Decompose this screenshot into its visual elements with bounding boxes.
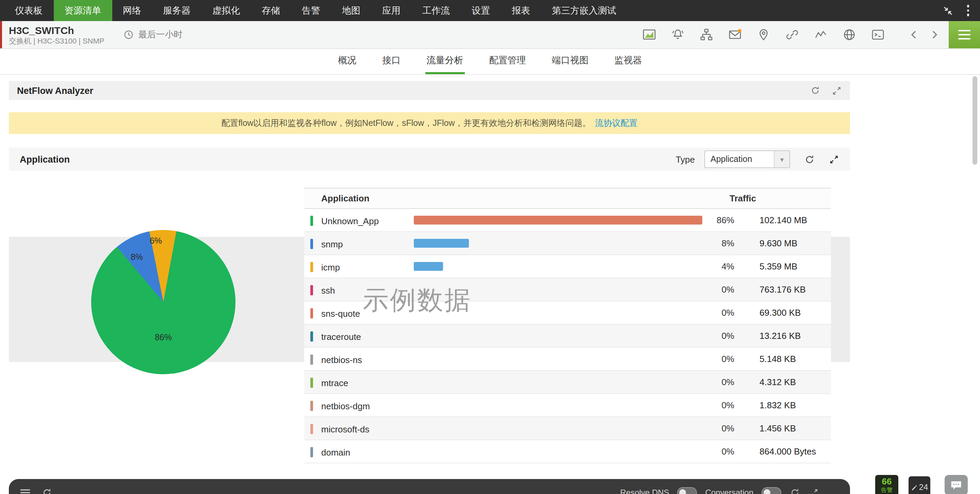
table-row[interactable]: ssh0%763.176 KB [304,278,831,301]
tab-监视器[interactable]: 监视器 [613,49,643,74]
row-color-indicator [310,285,313,295]
conversation-toggle[interactable] [762,487,781,494]
topnav-item[interactable]: 应用 [371,0,411,21]
application-name: icmp [321,262,340,272]
bottom-toolbar: Resolve DNS Conversation [9,479,850,494]
topology-icon[interactable] [700,28,713,41]
resolve-dns-toggle[interactable] [678,487,697,494]
chevron-left-icon[interactable] [909,29,919,40]
row-color-indicator [310,378,313,388]
topnav-item[interactable]: 服务器 [152,0,202,21]
table-row[interactable]: Unknown_App86%102.140 MB [304,208,831,232]
link-icon[interactable] [785,28,799,41]
refresh-icon[interactable] [804,153,815,165]
topnav-item[interactable]: 告警 [291,0,331,21]
tab-流量分析[interactable]: 流量分析 [425,49,465,74]
location-icon[interactable] [757,28,770,41]
alarm-icon[interactable] [671,28,685,41]
table-row[interactable]: domain0%864.000 Bytes [304,440,831,463]
time-range-selector[interactable]: 最后一小时 [123,29,182,41]
device-title: H3C_SWITCh [9,24,104,36]
row-color-indicator [310,308,313,318]
application-traffic-table: Application Traffic Unknown_App86%102.14… [304,188,831,463]
area-chart-icon[interactable] [643,28,656,41]
table-row[interactable]: traceroute0%13.216 KB [304,324,831,347]
topnav-item[interactable]: 虚拟化 [202,0,251,21]
mail-icon[interactable] [728,28,742,41]
topnav-item[interactable]: 设置 [461,0,501,21]
table-row[interactable]: sns-quote0%69.300 KB [304,301,831,324]
type-dropdown[interactable]: Application ▾ [705,150,790,168]
clock-icon [123,29,134,40]
table-row[interactable]: netbios-dgm0%1.832 KB [304,394,831,417]
application-chart-section: 6% 8% 86% Application Traffic Unknown_Ap… [9,171,850,467]
device-header: H3C_SWITCh 交换机 | H3C-S3100 | SNMP 最后一小时 [0,21,980,49]
terminal-icon[interactable] [871,28,885,41]
table-row[interactable]: snmp8%9.630 MB [304,232,831,255]
netflow-panel-header: NetFlow Analyzer [9,81,850,100]
graph-icon[interactable] [814,28,827,41]
row-color-indicator [310,216,313,226]
traffic-percent: 86% [706,208,745,232]
row-color-indicator [310,401,313,411]
expand-icon[interactable] [832,86,842,95]
traffic-value: 5.359 MB [745,255,831,278]
traffic-value: 13.216 KB [745,324,831,347]
device-status-strip [0,21,2,48]
flow-table-body: Unknown_App86%102.140 MBsnmp8%9.630 MBic… [304,208,831,463]
table-header-row: Application Traffic [304,188,831,208]
column-header-application[interactable]: Application [304,188,706,208]
table-row[interactable]: icmp4%5.359 MB [304,255,831,278]
note-badge[interactable]: 24 [908,476,930,494]
chat-button[interactable] [945,475,968,494]
topnav-item[interactable]: 存储 [251,0,291,21]
device-actions [643,28,949,41]
more-vert-icon[interactable] [966,4,970,18]
chevron-down-icon: ▾ [774,151,789,167]
expand-icon[interactable] [808,488,819,494]
tab-配置管理[interactable]: 配置管理 [488,49,527,74]
tab-端口视图[interactable]: 端口视图 [550,49,590,74]
topnav-item[interactable]: 第三方嵌入测试 [541,0,627,21]
tab-bar: 概况接口流量分析配置管理端口视图监视器 [0,49,980,75]
column-header-traffic[interactable]: Traffic [706,188,831,208]
topnav-item[interactable]: 仪表板 [4,0,53,21]
row-color-indicator [310,424,313,434]
row-color-indicator [310,239,313,249]
refresh-icon[interactable] [41,487,52,494]
resolve-dns-label: Resolve DNS [620,488,669,494]
globe-icon[interactable] [843,28,856,41]
application-name: domain [321,447,350,457]
flow-config-link[interactable]: 流协议配置 [595,118,638,129]
application-name: netbios-ns [321,354,362,365]
table-row[interactable]: mtrace0%4.312 KB [304,370,831,394]
table-row[interactable]: netbios-ns0%5.148 KB [304,347,831,370]
pie-slice-label: 8% [130,253,143,262]
topnav-item[interactable]: 工作流 [411,0,461,21]
traffic-percent: 0% [706,324,745,347]
pie-slice-label: 6% [150,236,162,246]
topnav-item[interactable]: 地图 [331,0,371,21]
application-name: Unknown_App [321,216,379,226]
panel-title: NetFlow Analyzer [17,86,93,95]
refresh-icon[interactable] [789,487,800,494]
table-row[interactable]: microsoft-ds0%1.456 KB [304,417,831,440]
topnav-item[interactable]: 网络 [112,0,152,21]
tab-概况[interactable]: 概况 [337,49,358,74]
history-icon[interactable] [810,85,821,96]
application-name: traceroute [321,331,361,342]
pie-chart[interactable]: 6% 8% 86% [91,230,235,374]
tab-接口[interactable]: 接口 [381,49,402,74]
expand-icon[interactable] [829,154,839,164]
collapse-icon[interactable] [942,5,953,16]
widget-controls: Type Application ▾ [676,150,839,168]
topnav-item[interactable]: 报表 [501,0,541,21]
topnav-item[interactable]: 资源清单 [53,0,112,21]
chevron-right-icon[interactable] [930,29,939,40]
chat-icon [950,480,962,491]
device-menu-button[interactable] [949,21,980,48]
menu-icon[interactable] [20,488,30,494]
application-widget-header: Application Type Application ▾ [9,148,850,171]
alarm-badge[interactable]: 66 告警 [875,475,898,494]
scrollbar-thumb[interactable] [972,76,977,165]
